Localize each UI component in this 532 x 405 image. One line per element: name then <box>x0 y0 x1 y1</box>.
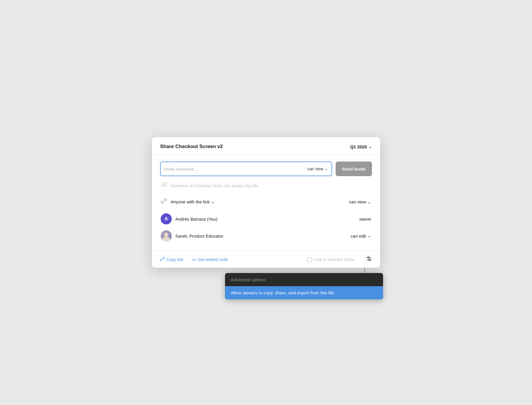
get-embed-label: Get embed code <box>198 257 228 262</box>
team-access-text: Everyone at Checkout Team can access thi… <box>171 183 259 188</box>
share-dialog: Share Checkout Screen v2 Q1 2020 ⌄ can v… <box>152 137 380 268</box>
link-access-label[interactable]: Anyone with the link ⌄ <box>171 199 215 205</box>
copy-link-button[interactable]: Copy link <box>160 257 183 262</box>
link-permission-chevron-icon: ⌄ <box>368 199 371 205</box>
team-access-row: Everyone at Checkout Team can access thi… <box>160 182 372 190</box>
version-selector[interactable]: Q1 2020 ⌄ <box>350 144 372 149</box>
frame-link-checkbox[interactable] <box>307 257 312 262</box>
sarah-permission-select[interactable]: can edit ⌄ <box>351 233 371 238</box>
frame-link-label: Link to selected frame <box>314 257 354 262</box>
send-invite-button[interactable]: Send Invite <box>336 162 372 176</box>
andres-name: Andrés Barraza (You) <box>175 217 217 222</box>
invite-input-wrap[interactable]: can view ⌄ <box>160 162 332 176</box>
sarah-permission-chevron-icon: ⌄ <box>368 233 371 238</box>
dialog-body: can view ⌄ Send Invite Everyone at Che <box>152 155 380 251</box>
invite-input[interactable] <box>164 167 305 171</box>
sarah-name: Sarah, Product Educator <box>175 234 223 238</box>
user-row-andres: A Andrés Barraza (You) owner <box>160 210 372 227</box>
version-chevron-icon: ⌄ <box>369 145 372 149</box>
copy-link-label: Copy link <box>167 257 183 262</box>
sarah-user-left: Sarah, Product Educator <box>161 230 223 241</box>
copy-link-icon <box>160 257 165 262</box>
link-access-row: Anyone with the link ⌄ can view ⌄ <box>160 195 372 209</box>
advanced-settings-icon[interactable] <box>366 256 372 263</box>
dialog-footer: Copy link <> Get embed code Link to sele… <box>152 251 380 268</box>
advanced-options-tooltip: Advanced options Allow viewers to copy, … <box>225 273 383 299</box>
invite-permission-chevron-icon: ⌄ <box>325 167 328 171</box>
user-row-sarah: Sarah, Product Educator can edit ⌄ <box>160 227 372 244</box>
invite-permission-select[interactable]: can view ⌄ <box>305 167 328 171</box>
dialog-title: Share Checkout Screen v2 <box>160 144 223 150</box>
link-permission-select[interactable]: can view ⌄ <box>349 199 371 205</box>
andres-avatar: A <box>161 213 172 224</box>
tooltip-header: Advanced options <box>225 273 383 286</box>
get-embed-code-button[interactable]: <> Get embed code <box>192 257 228 262</box>
invite-permission-label: can view <box>308 167 323 171</box>
tooltip-option[interactable]: Allow viewers to copy, share, and export… <box>225 286 383 299</box>
andres-role: owner <box>359 217 371 222</box>
team-icon <box>161 182 168 190</box>
link-access-left: Anyone with the link ⌄ <box>161 198 215 206</box>
link-label-chevron-icon: ⌄ <box>211 199 215 205</box>
andres-user-left: A Andrés Barraza (You) <box>161 213 217 224</box>
frame-link-wrap: Link to selected frame <box>307 257 354 262</box>
svg-point-6 <box>370 259 371 260</box>
invite-row: can view ⌄ Send Invite <box>160 162 372 176</box>
svg-point-1 <box>164 183 167 185</box>
dialog-header: Share Checkout Screen v2 Q1 2020 ⌄ <box>152 137 380 155</box>
share-dialog-wrapper: Share Checkout Screen v2 Q1 2020 ⌄ can v… <box>152 137 380 268</box>
sarah-avatar <box>161 230 172 241</box>
embed-icon: <> <box>192 257 196 262</box>
svg-point-0 <box>162 183 164 185</box>
svg-point-5 <box>367 257 368 258</box>
version-label: Q1 2020 <box>350 144 367 149</box>
link-icon <box>161 198 167 206</box>
